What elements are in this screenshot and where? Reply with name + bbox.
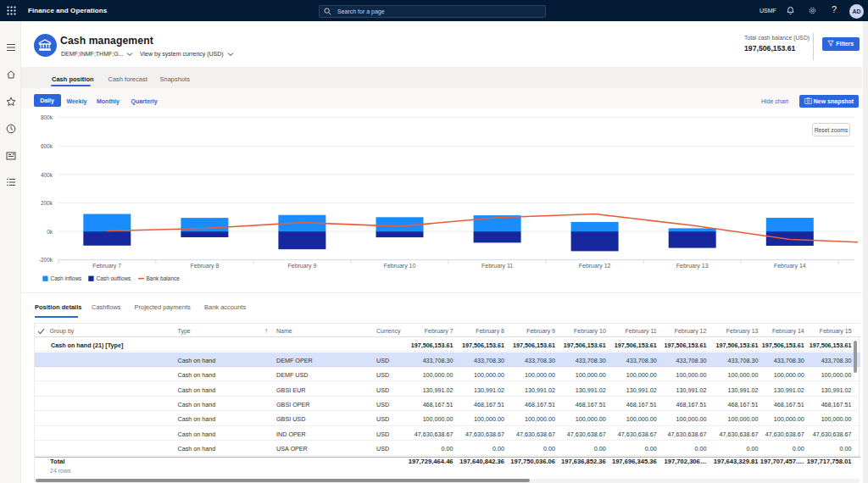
svg-text:February 11: February 11 (481, 263, 513, 269)
svg-text:800k: 800k (41, 114, 53, 120)
svg-text:February 12: February 12 (579, 263, 611, 269)
svg-text:February 13: February 13 (676, 263, 709, 269)
svg-text:Bank balance: Bank balance (147, 275, 181, 281)
svg-text:400k: 400k (41, 172, 53, 178)
svg-text:February 14: February 14 (774, 263, 806, 269)
svg-text:Cash inflows: Cash inflows (51, 275, 83, 281)
svg-text:February 7: February 7 (92, 263, 121, 269)
svg-text:February 8: February 8 (190, 263, 219, 269)
svg-text:Cash outflows: Cash outflows (97, 275, 132, 281)
svg-text:February 9: February 9 (287, 263, 316, 269)
svg-text:February 10: February 10 (384, 263, 416, 269)
svg-text:0k: 0k (47, 229, 53, 235)
svg-text:200k: 200k (41, 200, 53, 206)
svg-text:-200k: -200k (39, 257, 53, 263)
svg-text:600k: 600k (41, 143, 53, 149)
